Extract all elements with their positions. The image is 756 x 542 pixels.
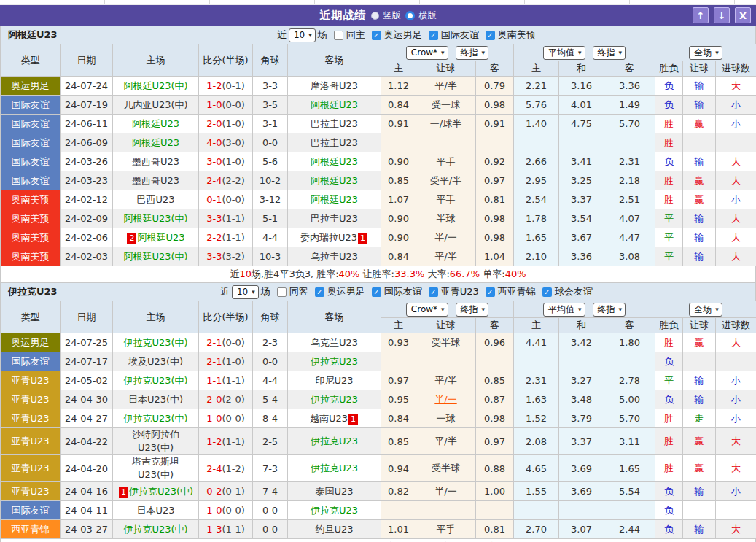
odds-source-select[interactable]: Crow* [406, 46, 448, 60]
corner-cell: 0-0 [253, 352, 288, 371]
avg-away-odds: 3.36 [604, 77, 655, 96]
move-down-button[interactable]: ↓ [714, 7, 730, 23]
odds-source-select[interactable]: 平均值 [543, 303, 585, 317]
avg-away-odds [604, 501, 655, 520]
fulltime-score: 2-4 [206, 463, 222, 474]
home-team-name: 墨西哥U23 [132, 175, 179, 186]
away-team-cell: 巴拉圭U23 [288, 115, 381, 133]
summary-text: 场,胜4平3负3, 胜率: [252, 268, 339, 279]
corner-cell: 8-4 [253, 409, 288, 428]
league-filter-checkbox[interactable] [372, 31, 381, 40]
summary-text: 40% [505, 268, 526, 279]
near-label: 近 [277, 28, 287, 42]
handicap-line-text: 平/半 [434, 435, 456, 446]
date-cell: 24-04-30 [61, 390, 113, 409]
handicap-line: 平手 [416, 190, 476, 209]
league-filter-checkbox[interactable] [315, 287, 324, 297]
league-filter-checkbox[interactable] [429, 287, 438, 297]
home-team-cell: 巴西U23 [113, 190, 199, 209]
avg-draw-odds: 4.01 [559, 96, 604, 115]
league-filter-checkbox[interactable] [486, 31, 495, 40]
odds-source-select[interactable]: 终指 [593, 303, 626, 317]
result-goals-cell: 小 [716, 409, 756, 428]
home-team-name: 巴西U23 [136, 194, 174, 205]
column-header: 客场 [288, 301, 381, 333]
result-goals-cell: 小 [716, 482, 756, 501]
stats-summary: 近10场,胜4平3负3, 胜率:40% 让胜率:33.3% 大率:66.7% 单… [0, 266, 756, 282]
away-team-cell: 阿根廷U23 [288, 190, 381, 209]
odds-source-select[interactable]: Crow* [406, 303, 448, 317]
same-venue-label: 同客 [289, 285, 308, 298]
result-goals-cell: 大 [716, 171, 756, 190]
horizontal-layout-label: 横版 [419, 9, 437, 22]
handicap-home-odds: 0.94 [381, 455, 416, 482]
odds-source-select[interactable]: 终指 [593, 46, 626, 60]
away-team-cell: 巴拉圭U23 [288, 133, 381, 152]
odds-source-select[interactable]: 终指 [456, 46, 489, 60]
result-goals-cell: 小 [716, 371, 756, 390]
fulltime-score: 3-3 [206, 251, 222, 262]
league-cell: 亚青U23 [1, 482, 61, 501]
avg-home-odds: 1.78 [514, 209, 559, 228]
home-team-cell: 2阿根廷U23 [113, 228, 199, 247]
column-header: 角球 [253, 44, 288, 77]
avg-home-odds: 2.21 [514, 77, 559, 96]
home-team-name: 阿根廷U23(中) [123, 213, 187, 224]
avg-away-odds: 3.08 [604, 247, 655, 266]
vertical-layout-label: 竖版 [383, 9, 401, 22]
red-card-badge: 1 [348, 414, 358, 425]
team-header-row: 阿根廷U23近10场同主奥运男足国际友谊奥南美预 [0, 26, 756, 44]
handicap-line-text: 半球 [437, 213, 456, 224]
result-goals-cell: 大 [716, 247, 756, 266]
result-handicap-cell [683, 133, 716, 152]
away-team-name: 泰国U23 [315, 486, 353, 497]
result-goals-cell: 大 [716, 228, 756, 247]
odds-source-select[interactable]: 平均值 [543, 46, 585, 60]
result-handicap-cell: 输 [683, 96, 716, 115]
handicap-home-odds [381, 352, 416, 371]
avg-away-odds: 1.65 [604, 455, 655, 482]
same-venue-checkbox[interactable] [277, 287, 287, 297]
handicap-away-odds: 0.98 [476, 96, 514, 115]
halftime-score: (0-0) [222, 505, 244, 516]
league-cell: 亚青U23 [1, 409, 61, 428]
handicap-home-odds: 0.82 [381, 482, 416, 501]
same-venue-checkbox[interactable] [334, 31, 343, 40]
date-cell: 24-02-09 [61, 209, 113, 228]
column-subheader: 让球 [416, 318, 476, 333]
match-count-select[interactable]: 10 [232, 285, 259, 299]
fulltime-score: 0-1 [206, 194, 222, 205]
avg-draw-odds: 3.36 [559, 247, 604, 266]
date-cell: 24-07-24 [61, 77, 113, 96]
league-filter-checkbox[interactable] [542, 287, 552, 297]
home-team-cell: 伊拉克U23(中) [113, 409, 199, 428]
close-icon[interactable]: X [735, 7, 751, 23]
league-filter-checkbox[interactable] [486, 287, 495, 297]
handicap-line-text: 平/半 [434, 80, 456, 91]
home-team-name: 阿根廷U23(中) [123, 251, 187, 262]
fulltime-score: 2-2 [206, 232, 222, 243]
date-cell: 24-04-16 [61, 482, 113, 501]
match-row: 国际友谊24-03-23墨西哥U232-4(2-2)10-2阿根廷U230.85… [1, 171, 756, 190]
handicap-away-odds [476, 133, 514, 152]
vertical-layout-radio[interactable] [371, 12, 379, 20]
handicap-line [416, 133, 476, 152]
home-team-cell: 阿根廷U23(中) [113, 77, 199, 96]
league-filter-checkbox[interactable] [372, 287, 381, 297]
odds-source-select[interactable]: 终指 [456, 303, 489, 317]
summary-text: 66.7% [450, 268, 480, 279]
away-team-name: 乌克兰U23 [311, 337, 358, 348]
move-up-button[interactable]: ↑ [693, 7, 709, 23]
recent-results-panel: 近期战绩 竖版 横版 ↑ ↓ X 阿根廷U23近10场同主奥运男足国际友谊奥南美… [0, 0, 756, 542]
odds-source-select[interactable]: 全场 [689, 46, 722, 60]
odds-group-header: 平均值终指 [514, 44, 655, 61]
league-filter-checkbox[interactable] [429, 31, 438, 40]
match-count-select[interactable]: 10 [289, 28, 316, 42]
horizontal-layout-radio[interactable] [405, 11, 415, 20]
odds-source-select[interactable]: 全场 [689, 303, 722, 317]
home-team-name: 伊拉克U23(中) [123, 524, 187, 535]
away-team-cell: 越南U231 [288, 409, 381, 428]
away-team-cell: 阿根廷U23 [288, 171, 381, 190]
match-row: 亚青U2324-04-20塔吉克斯坦U23(中)2-4(1-2)7-3伊拉克U2… [1, 455, 756, 482]
stats-summary: 近10场,胜4平1负5, 胜率:40% 让胜率:37.5% 大率:50% 单率:… [0, 539, 756, 542]
